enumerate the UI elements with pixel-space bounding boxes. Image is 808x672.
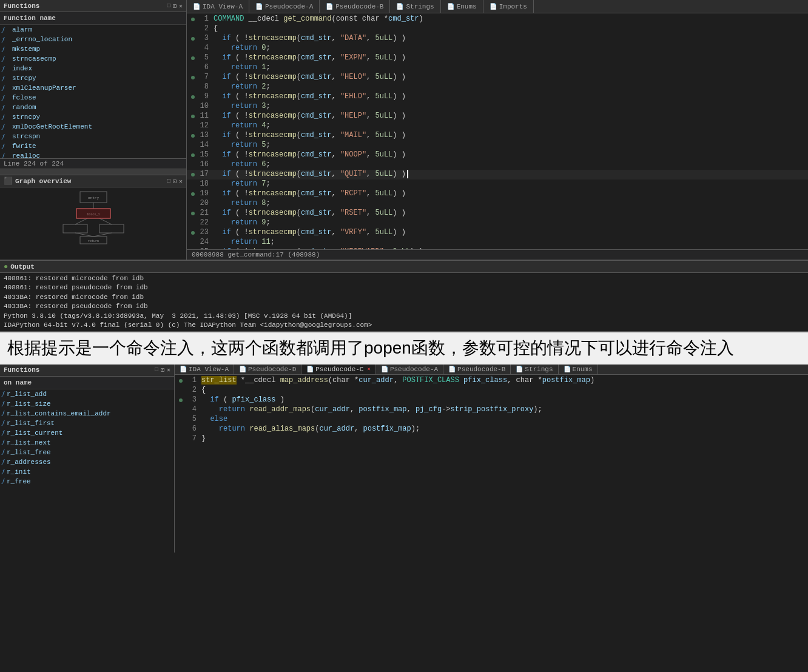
- bottom-close-icon[interactable]: ✕: [167, 366, 170, 374]
- line-breakpoint[interactable]: [189, 189, 197, 199]
- function-list-item[interactable]: 𝑓xmlDocGetRootElement: [0, 122, 186, 132]
- line-breakpoint[interactable]: [189, 160, 197, 170]
- bottom-line-number: 3: [184, 395, 201, 404]
- line-breakpoint[interactable]: [189, 63, 197, 73]
- line-breakpoint[interactable]: [189, 170, 197, 180]
- bottom-tab-pseudocode-c[interactable]: 📄Pseudocode-C✕: [301, 365, 376, 374]
- line-breakpoint[interactable]: [189, 150, 197, 160]
- line-breakpoint[interactable]: [189, 92, 197, 102]
- bottom-line-breakpoint[interactable]: [177, 425, 184, 434]
- line-breakpoint[interactable]: [189, 180, 197, 189]
- bottom-line-breakpoint[interactable]: [177, 376, 184, 386]
- graph-close-icon[interactable]: ✕: [179, 178, 183, 185]
- bottom-tab-pseudocode-b[interactable]: 📄Pseudocode-B: [443, 365, 511, 374]
- function-list-item[interactable]: 𝑓fclose: [0, 93, 186, 102]
- restore-icon[interactable]: ⊡: [173, 2, 177, 10]
- line-breakpoint[interactable]: [189, 34, 197, 44]
- line-number: 13: [197, 131, 214, 139]
- top-code-area[interactable]: 1COMMAND __cdecl get_command(const char …: [187, 13, 808, 249]
- bottom-line-breakpoint[interactable]: [177, 415, 184, 425]
- bottom-line-breakpoint[interactable]: [177, 386, 184, 395]
- tab-ida-view-a[interactable]: 📄IDA View-A: [187, 0, 249, 13]
- function-list-item[interactable]: 𝑓strcpy: [0, 73, 186, 83]
- function-list-item[interactable]: 𝑓xmlCleanupParser: [0, 83, 186, 93]
- bottom-function-item[interactable]: 𝑓r_free: [0, 477, 174, 486]
- bottom-line-breakpoint[interactable]: [177, 434, 184, 444]
- bottom-function-icon: 𝑓: [2, 400, 4, 407]
- bottom-minimize-icon[interactable]: □: [155, 366, 158, 374]
- close-icon[interactable]: ✕: [179, 2, 183, 10]
- line-breakpoint[interactable]: [189, 209, 197, 218]
- line-breakpoint[interactable]: [189, 199, 197, 209]
- line-content: return 8;: [214, 199, 806, 207]
- function-list-item[interactable]: 𝑓strcspn: [0, 132, 186, 141]
- tab-pseudocode-a[interactable]: 📄Pseudocode-A: [249, 0, 320, 13]
- line-breakpoint[interactable]: [189, 15, 197, 24]
- horizontal-scrollbar[interactable]: [0, 169, 186, 175]
- output-line: IDAPython 64-bit v7.4.0 final (serial 0)…: [4, 321, 804, 330]
- graph-minimize-icon[interactable]: □: [167, 178, 170, 185]
- tab-enums[interactable]: 📄Enums: [441, 0, 483, 13]
- bottom-function-item[interactable]: 𝑓r_list_contains_email_addr: [0, 409, 174, 418]
- code-span: , pj_cfg->strip_postfix_proxy);: [407, 405, 542, 414]
- functions-list[interactable]: 𝑓alarm𝑓_errno_location𝑓mkstemp𝑓strncasec…: [0, 25, 186, 158]
- line-breakpoint[interactable]: [189, 131, 197, 141]
- bottom-function-item[interactable]: 𝑓r_addresses: [0, 457, 174, 467]
- line-breakpoint[interactable]: [189, 82, 197, 92]
- line-breakpoint[interactable]: [189, 141, 197, 150]
- bottom-tab-pseudocode-a[interactable]: 📄Pseudocode-A: [376, 365, 443, 374]
- line-breakpoint[interactable]: [189, 102, 197, 112]
- bottom-function-item[interactable]: 𝑓r_list_add: [0, 389, 174, 399]
- line-breakpoint[interactable]: [189, 53, 197, 63]
- line-breakpoint[interactable]: [189, 238, 197, 247]
- bottom-tab-enums[interactable]: 📄Enums: [559, 365, 598, 374]
- bottom-breakpoint-dot: [179, 379, 183, 383]
- line-breakpoint[interactable]: [189, 73, 197, 82]
- line-content: return 7;: [214, 180, 806, 188]
- line-number: 4: [197, 44, 214, 52]
- minimize-icon[interactable]: □: [167, 2, 170, 10]
- bottom-tab-ida-view-a[interactable]: 📄IDA View-A: [175, 365, 234, 374]
- tab-strings[interactable]: 📄Strings: [390, 0, 440, 13]
- line-breakpoint[interactable]: [189, 121, 197, 131]
- bottom-function-item[interactable]: 𝑓r_list_next: [0, 438, 174, 448]
- bottom-function-item[interactable]: 𝑓r_init: [0, 467, 174, 477]
- bottom-function-item[interactable]: 𝑓r_list_first: [0, 418, 174, 428]
- code-status: 00008988 get_command:17 (408988): [187, 249, 808, 260]
- code-span: );: [411, 425, 420, 433]
- function-list-item[interactable]: 𝑓_errno_location: [0, 35, 186, 44]
- line-number: 14: [197, 141, 214, 149]
- line-breakpoint[interactable]: [189, 218, 197, 228]
- bottom-functions-panel: Functions □ ⊡ ✕ on name 𝑓r_list_add𝑓r_li…: [0, 365, 175, 553]
- bottom-code-area[interactable]: 1str_list *__cdecl map_address(char *cur…: [175, 375, 808, 553]
- function-list-item[interactable]: 𝑓strncpy: [0, 112, 186, 122]
- bottom-function-item[interactable]: 𝑓r_list_current: [0, 428, 174, 438]
- bottom-tab-strings[interactable]: 📄Strings: [511, 365, 558, 374]
- tab-imports[interactable]: 📄Imports: [483, 0, 534, 13]
- function-list-item[interactable]: 𝑓random: [0, 102, 186, 112]
- line-breakpoint[interactable]: [189, 44, 197, 53]
- line-breakpoint[interactable]: [189, 24, 197, 34]
- line-breakpoint[interactable]: [189, 228, 197, 238]
- line-breakpoint[interactable]: [189, 112, 197, 121]
- output-line: 4033BA: restored microcode from idb: [4, 293, 804, 302]
- bottom-line-breakpoint[interactable]: [177, 395, 184, 405]
- bottom-function-item[interactable]: 𝑓r_list_size: [0, 399, 174, 409]
- bottom-tab-icon: 📄: [516, 366, 523, 373]
- bottom-function-item[interactable]: 𝑓r_list_free: [0, 448, 174, 457]
- function-list-item[interactable]: 𝑓fwrite: [0, 141, 186, 151]
- function-list-item[interactable]: 𝑓alarm: [0, 25, 186, 35]
- bottom-line-breakpoint[interactable]: [177, 405, 184, 415]
- tab-pseudocode-b[interactable]: 📄Pseudocode-B: [320, 0, 390, 13]
- tab-icon: 📄: [447, 3, 454, 10]
- bottom-restore-icon[interactable]: ⊡: [161, 366, 164, 374]
- function-list-item[interactable]: 𝑓index: [0, 64, 186, 73]
- bottom-functions-list[interactable]: 𝑓r_list_add𝑓r_list_size𝑓r_list_contains_…: [0, 389, 174, 553]
- function-list-item[interactable]: 𝑓mkstemp: [0, 44, 186, 54]
- line-number: 3: [197, 34, 214, 42]
- function-list-item[interactable]: 𝑓strncasecmp: [0, 54, 186, 64]
- tab-close-icon[interactable]: ✕: [367, 366, 370, 372]
- graph-restore-icon[interactable]: ⊡: [173, 178, 177, 185]
- bottom-tab-pseudocode-d[interactable]: 📄Pseudocode-D: [234, 365, 301, 374]
- function-list-item[interactable]: 𝑓realloc: [0, 151, 186, 158]
